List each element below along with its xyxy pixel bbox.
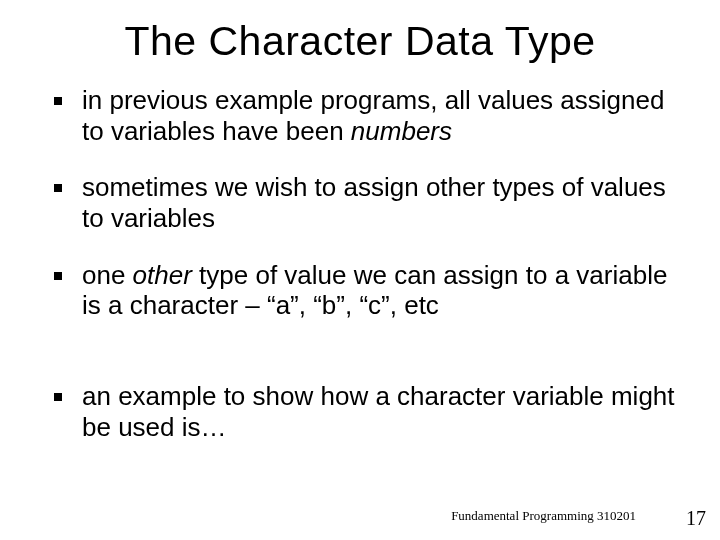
bullet-text-prefix: an example to show how a character varia… — [82, 381, 675, 442]
bullet-list: in previous example programs, all values… — [38, 85, 682, 442]
spacer — [38, 347, 682, 381]
bullet-text-prefix: one — [82, 260, 133, 290]
bullet-item: an example to show how a character varia… — [38, 381, 682, 442]
bullet-item: sometimes we wish to assign other types … — [38, 172, 682, 233]
footer-course: Fundamental Programming 310201 — [451, 508, 636, 524]
slide-title: The Character Data Type — [38, 18, 682, 65]
page-number: 17 — [686, 507, 706, 530]
bullet-item: one other type of value we can assign to… — [38, 260, 682, 321]
bullet-text-italic: other — [133, 260, 192, 290]
slide: The Character Data Type in previous exam… — [0, 0, 720, 540]
bullet-text-prefix: sometimes we wish to assign other types … — [82, 172, 666, 233]
bullet-item: in previous example programs, all values… — [38, 85, 682, 146]
bullet-text-italic: numbers — [351, 116, 452, 146]
